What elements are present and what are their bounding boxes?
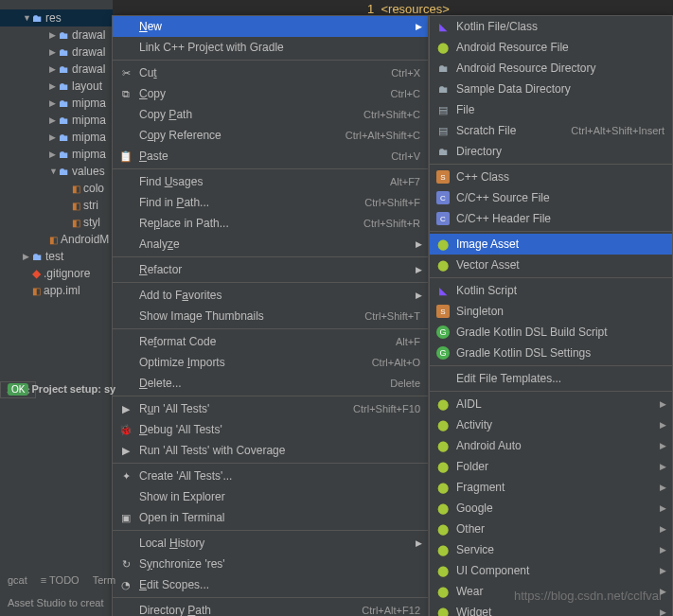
gradle-icon: G <box>435 346 451 360</box>
submenu-item[interactable]: ⬤Other▶ <box>430 519 672 539</box>
menu-item[interactable]: 🐞Debug 'All Tests' <box>113 419 428 440</box>
menu-label: Copy Reference <box>139 129 345 142</box>
submenu-item[interactable]: 🖿Android Resource Directory <box>430 58 672 79</box>
terminal-tab[interactable]: Term <box>93 574 115 586</box>
menu-item[interactable]: Reformat CodeAlt+F <box>113 331 428 352</box>
submenu-item[interactable]: ◣Kotlin Script <box>430 280 672 301</box>
submenu-item[interactable]: ⬤Image Asset <box>430 234 672 255</box>
menu-item[interactable]: ▶Run 'All Tests' with Coverage <box>113 440 428 461</box>
chevron-right-icon[interactable] <box>49 150 59 159</box>
chevron-right-icon[interactable] <box>49 30 59 40</box>
submenu-item[interactable]: ◣Kotlin File/Class <box>430 16 672 37</box>
chevron-right-icon[interactable] <box>49 115 59 125</box>
tree-item-res[interactable]: 🖿 res <box>0 9 113 26</box>
tree-item[interactable]: ◆.gitignore <box>0 265 113 282</box>
menu-item[interactable]: Replace in Path...Ctrl+Shift+R <box>113 213 428 234</box>
submenu-item[interactable]: ⬤Widget▶ <box>430 602 672 616</box>
submenu-item[interactable]: ⬤Folder▶ <box>430 456 672 477</box>
tree-item[interactable]: 🖿mipma <box>0 112 113 129</box>
submenu-item[interactable]: CC/C++ Header File <box>430 208 672 229</box>
submenu-item[interactable]: ▤Scratch FileCtrl+Alt+Shift+Insert <box>430 120 672 141</box>
tree-label: styl <box>83 216 100 229</box>
logcat-tab[interactable]: gcat <box>8 574 27 586</box>
tree-item[interactable]: ◧app.iml <box>0 282 113 299</box>
menu-label: Open in Terminal <box>139 511 420 524</box>
tree-item[interactable]: ◧colo <box>0 180 113 197</box>
tree-item[interactable]: 🖿mipma <box>0 146 113 163</box>
submenu-item[interactable]: GGradle Kotlin DSL Build Script <box>430 322 672 343</box>
menu-separator <box>113 597 428 598</box>
chevron-right-icon[interactable] <box>49 132 59 142</box>
menu-item[interactable]: Local History▶ <box>113 533 428 554</box>
menu-item[interactable]: Refactor▶ <box>113 259 428 280</box>
menu-item[interactable]: Delete...Delete <box>113 373 428 394</box>
menu-separator <box>430 164 672 165</box>
tree-item[interactable]: 🖿mipma <box>0 95 113 112</box>
menu-item[interactable]: ✦Create 'All Tests'... <box>113 466 428 486</box>
submenu-label: Gradle Kotlin DSL Build Script <box>456 326 664 339</box>
submenu-item[interactable]: ⬤Google▶ <box>430 498 672 519</box>
menu-item[interactable]: ▣Open in Terminal <box>113 507 428 528</box>
menu-item[interactable]: Find in Path...Ctrl+Shift+F <box>113 192 428 213</box>
submenu-item[interactable]: ⬤Activity▶ <box>430 414 672 435</box>
todo-tab[interactable]: ≡ TODO <box>41 574 80 586</box>
submenu-item[interactable]: ⬤UI Component▶ <box>430 560 672 581</box>
tree-item[interactable]: ◧AndroidM <box>0 231 113 248</box>
menu-item[interactable]: Optimize ImportsCtrl+Alt+O <box>113 352 428 373</box>
menu-item[interactable]: New▶ <box>113 16 428 37</box>
submenu-item[interactable]: CC/C++ Source File <box>430 187 672 208</box>
chevron-right-icon[interactable] <box>49 81 59 91</box>
menu-item[interactable]: Find UsagesAlt+F7 <box>113 171 428 192</box>
tree-item[interactable]: ◧styl <box>0 214 113 231</box>
tree-item[interactable]: 🖿drawal <box>0 44 113 61</box>
chevron-right-icon[interactable] <box>49 98 59 108</box>
submenu-item[interactable]: Edit File Templates... <box>430 368 672 389</box>
menu-item[interactable]: Show in Explorer <box>113 486 428 507</box>
menu-item[interactable]: ✂CutCtrl+X <box>113 62 428 83</box>
tree-item[interactable]: ◧stri <box>0 197 113 214</box>
submenu-label: Other <box>456 522 664 536</box>
tree-item[interactable]: 🖿layout <box>0 78 113 95</box>
menu-item[interactable]: Copy ReferenceCtrl+Alt+Shift+C <box>113 125 428 146</box>
menu-item[interactable]: Directory PathCtrl+Alt+F12 <box>113 600 428 616</box>
submenu-item[interactable]: 🖿Directory <box>430 141 672 162</box>
submenu-item[interactable]: SC++ Class <box>430 167 672 187</box>
submenu-item[interactable]: ⬤Service▶ <box>430 539 672 560</box>
chevron-right-icon[interactable] <box>23 252 32 261</box>
tree-item[interactable]: 🖿drawal <box>0 26 113 44</box>
submenu-item[interactable]: ▤File <box>430 99 672 120</box>
chevron-right-icon[interactable] <box>49 64 59 74</box>
menu-item[interactable]: ◔Edit Scopes... <box>113 574 428 595</box>
submenu-item[interactable]: GGradle Kotlin DSL Settings <box>430 343 672 363</box>
menu-item[interactable]: Copy PathCtrl+Shift+C <box>113 104 428 125</box>
menu-shortcut: Ctrl+Alt+Shift+Insert <box>571 125 664 136</box>
chevron-right-icon[interactable] <box>49 47 59 57</box>
menu-item[interactable]: ▶Run 'All Tests'Ctrl+Shift+F10 <box>113 398 428 419</box>
menu-shortcut: Ctrl+Shift+F10 <box>353 403 420 414</box>
submenu-item[interactable]: ⬤Fragment▶ <box>430 477 672 498</box>
menu-item[interactable]: 📋PasteCtrl+V <box>113 146 428 167</box>
chevron-down-icon[interactable] <box>23 13 32 23</box>
folder-icon: 🖿 <box>32 12 43 24</box>
submenu-item[interactable]: ⬤Vector Asset <box>430 255 672 275</box>
menu-icon: ✦ <box>118 470 133 483</box>
menu-item[interactable]: Show Image ThumbnailsCtrl+Shift+T <box>113 306 428 326</box>
chevron-down-icon[interactable] <box>49 167 59 176</box>
tree-item[interactable]: 🖿test <box>0 248 113 265</box>
menu-item[interactable]: Analyze▶ <box>113 234 428 255</box>
menu-item[interactable]: Add to Favorites▶ <box>113 285 428 306</box>
tree-item[interactable]: 🖿drawal <box>0 61 113 78</box>
submenu-item[interactable]: ⬤AIDL▶ <box>430 394 672 414</box>
tree-item[interactable]: 🖿mipma <box>0 129 113 146</box>
menu-item[interactable]: ⧉CopyCtrl+C <box>113 83 428 104</box>
submenu-item[interactable]: 🖿Sample Data Directory <box>430 79 672 99</box>
submenu-item[interactable]: ⬤Android Auto▶ <box>430 435 672 456</box>
menu-item[interactable]: ↻Synchronize 'res' <box>113 554 428 574</box>
menu-item[interactable]: Link C++ Project with Gradle <box>113 37 428 58</box>
tree-item[interactable]: 🖿values <box>0 163 113 180</box>
git-icon: ◆ <box>32 267 41 280</box>
project-tree[interactable]: 🖿 res 🖿drawal🖿drawal🖿drawal🖿layout🖿mipma… <box>0 0 114 616</box>
submenu-item[interactable]: ⬤Android Resource File <box>430 37 672 58</box>
menu-label: Synchronize 'res' <box>139 557 420 571</box>
submenu-item[interactable]: SSingleton <box>430 301 672 322</box>
